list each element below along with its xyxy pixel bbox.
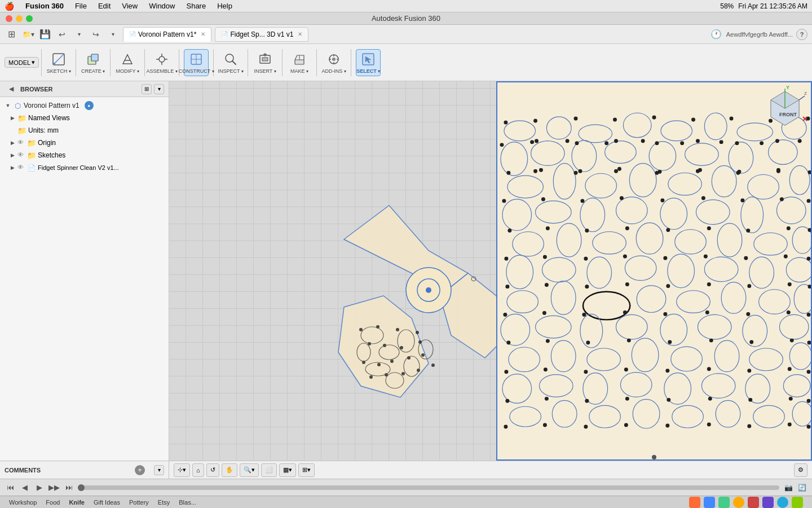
home-view-button[interactable]: ⌂ — [192, 463, 204, 477]
select-button[interactable]: SELECT ▾ — [356, 49, 381, 76]
tab-voronoi[interactable]: 📄 Voronoi Pattern v1* ✕ — [123, 27, 211, 42]
dock-app-2[interactable] — [704, 497, 715, 508]
nav-cube[interactable]: FRONT Y Z — [762, 86, 807, 131]
orbit-button[interactable]: ↺ — [206, 463, 219, 477]
dock-blas[interactable]: Blas... — [179, 499, 196, 506]
display-mode-button[interactable]: ▦▾ — [279, 463, 296, 477]
tree-arrow-origin[interactable]: ▶ — [9, 139, 16, 146]
app-menu-fusion360[interactable]: Fusion 360 — [23, 2, 66, 10]
svg-point-208 — [503, 313, 507, 317]
tree-item-root[interactable]: ▼ ⬡ Voronoi Pattern v1 ● — [0, 99, 169, 112]
redo-dropdown[interactable]: ▾ — [106, 28, 120, 41]
dock-app-1[interactable] — [689, 497, 700, 508]
make-button[interactable]: MAKE ▾ — [287, 49, 312, 76]
svg-point-155 — [530, 140, 534, 144]
make-icon — [292, 51, 307, 67]
timeline-next-button[interactable]: ▶▶ — [48, 482, 60, 493]
menu-view[interactable]: View — [120, 2, 140, 10]
dock-gift-ideas[interactable]: Gift Ideas — [94, 499, 120, 506]
inspect-button[interactable]: INSPECT ▾ — [218, 49, 243, 76]
dock-app-6[interactable] — [762, 497, 774, 508]
add-comment-button[interactable]: + — [135, 465, 145, 475]
undo-dropdown[interactable]: ▾ — [72, 28, 86, 41]
menu-help[interactable]: Help — [215, 2, 235, 10]
tree-arrow-sketches[interactable]: ▶ — [9, 152, 16, 159]
viewport-settings-button[interactable]: ⚙ — [794, 463, 807, 477]
timeline-thumb[interactable] — [78, 484, 85, 491]
undo-button[interactable]: ↩ — [55, 28, 69, 41]
tree-label-origin: Origin — [38, 139, 56, 147]
assemble-button[interactable]: ASSEMBLE ▾ — [149, 49, 174, 76]
zoom-button[interactable]: 🔍▾ — [240, 463, 259, 477]
dock-knife[interactable]: Knife — [69, 499, 85, 506]
tab-fidget[interactable]: 📄 Fidget Sp... 3D v1 v1 ✕ — [215, 27, 308, 42]
insert-button[interactable]: INSERT ▾ — [253, 49, 277, 76]
browser-collapse-button[interactable]: ◀ — [5, 82, 18, 96]
dock-app-3[interactable] — [718, 497, 730, 508]
menu-file[interactable]: File — [73, 2, 89, 10]
dock-pottery[interactable]: Pottery — [129, 499, 149, 506]
maximize-button[interactable] — [26, 15, 33, 22]
timeline-prev-button[interactable]: ◀ — [19, 482, 30, 493]
modify-button[interactable]: MODIFY ▾ — [115, 49, 140, 76]
addins-label: ADD-INS ▾ — [321, 68, 346, 74]
tree-item-origin[interactable]: ▶ 👁 📁 Origin — [0, 137, 169, 149]
apple-menu[interactable]: 🍎 — [5, 2, 14, 11]
menu-window[interactable]: Window — [147, 2, 177, 10]
apps-button[interactable]: ⊞ — [5, 28, 18, 41]
timeline-camera-icon[interactable]: 📷 — [783, 482, 794, 493]
dock-workshop[interactable]: Workshop — [9, 499, 37, 506]
timeline-play-button[interactable]: ▶ — [34, 482, 45, 493]
redo-button[interactable]: ↪ — [89, 28, 103, 41]
timeline-track[interactable] — [78, 485, 779, 490]
file-menu-button[interactable]: 📁▾ — [21, 28, 35, 41]
timeline-last-button[interactable]: ⏭ — [63, 482, 74, 493]
dock-food[interactable]: Food — [46, 499, 60, 506]
close-button[interactable] — [6, 15, 12, 22]
create-button[interactable]: CREATE ▾ — [81, 49, 105, 76]
dock-app-5[interactable] — [748, 497, 759, 508]
minimize-button[interactable] — [16, 15, 23, 22]
tree-arrow-named-views[interactable]: ▶ — [9, 115, 16, 121]
tab-fidget-close[interactable]: ✕ — [298, 31, 302, 37]
dock-app-4[interactable] — [733, 497, 744, 508]
menu-edit[interactable]: Edit — [96, 2, 113, 10]
canvas-area[interactable]: FRONT Y Z — [169, 81, 812, 461]
visibility-eye-fidget[interactable]: 👁 — [17, 164, 25, 172]
separator-3 — [110, 49, 111, 76]
grid-button[interactable]: ⊞▾ — [298, 463, 315, 477]
tree-arrow-root[interactable]: ▼ — [5, 102, 11, 109]
dock-app-7[interactable] — [777, 497, 788, 508]
sketch-icon — [51, 51, 67, 67]
tab-voronoi-close[interactable]: ✕ — [201, 31, 205, 37]
visibility-eye-sketches[interactable]: 👁 — [17, 151, 25, 159]
history-button[interactable]: 🕐 — [709, 28, 723, 41]
viewport[interactable]: FRONT Y Z — [169, 81, 812, 461]
addins-button[interactable]: ADD-INS ▾ — [321, 49, 346, 76]
menu-share[interactable]: Share — [184, 2, 208, 10]
sketch-button[interactable]: SKETCH ▾ — [46, 49, 71, 76]
construct-button[interactable]: CONSTRUCT ▾ — [184, 49, 209, 76]
separator-4 — [144, 49, 145, 76]
user-account[interactable]: Aewdffvfgegrfb Aewdff... — [726, 31, 793, 38]
mode-selector[interactable]: MODEL ▾ — [5, 57, 39, 68]
timeline-history-icon[interactable]: 🔄 — [796, 482, 807, 493]
tree-item-fidget[interactable]: ▶ 👁 📄 Fidget Spinner Clean V2 v1... — [0, 161, 169, 174]
comments-expand-button[interactable]: ▾ — [154, 465, 164, 475]
separator-10 — [351, 49, 351, 76]
browser-settings-button[interactable]: ▾ — [154, 84, 164, 94]
tree-arrow-fidget[interactable]: ▶ — [9, 164, 16, 171]
visibility-eye-origin[interactable]: 👁 — [17, 139, 25, 147]
timeline-first-button[interactable]: ⏮ — [5, 482, 16, 493]
tree-item-sketches[interactable]: ▶ 👁 📁 Sketches — [0, 149, 169, 161]
dock-app-8[interactable] — [792, 497, 803, 508]
pan-button[interactable]: ✋ — [222, 463, 237, 477]
help-button[interactable]: ? — [796, 29, 807, 40]
dock-etsy[interactable]: Etsy — [158, 499, 170, 506]
view-cube-button[interactable]: ⬜ — [261, 463, 277, 477]
tree-item-named-views[interactable]: ▶ 📁 Named Views — [0, 112, 169, 124]
save-button[interactable]: 💾 — [38, 28, 52, 41]
browser-expand-button[interactable]: ⊞ — [142, 84, 152, 94]
fit-view-button[interactable]: ⊹▾ — [174, 463, 190, 477]
tree-item-units[interactable]: ▶ 📁 Units: mm — [0, 124, 169, 137]
